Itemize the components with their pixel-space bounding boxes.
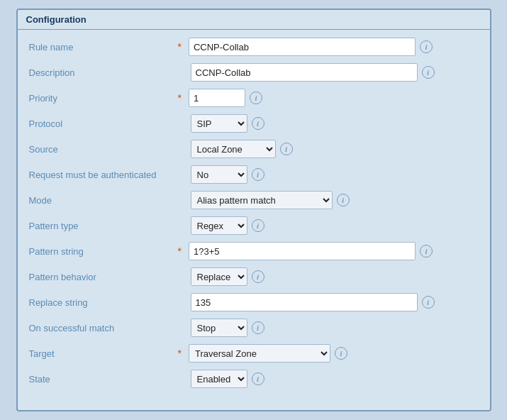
on-success-info-icon[interactable]: i <box>252 321 264 334</box>
state-row: State Enabled Disabled i <box>29 368 479 390</box>
rule-name-row: Rule name * i <box>29 35 479 58</box>
on-success-row: On successful match Stop Continue i <box>29 316 479 339</box>
request-auth-select[interactable]: No Yes <box>191 165 247 184</box>
protocol-controls: SIP H.323 i <box>178 114 479 133</box>
target-info-icon[interactable]: i <box>335 347 347 360</box>
on-success-controls: Stop Continue i <box>178 319 479 337</box>
configuration-panel: Configuration Rule name * i Description … <box>16 9 491 411</box>
pattern-type-select[interactable]: Regex Prefix Suffix <box>191 216 247 235</box>
panel-title: Configuration <box>18 10 490 30</box>
source-row: Source Local Zone Default Zone i <box>29 138 479 160</box>
target-label: Target <box>29 348 178 359</box>
rule-name-label: Rule name <box>29 42 178 52</box>
priority-row: Priority * i <box>29 87 479 109</box>
replace-string-row: Replace string i <box>29 291 479 314</box>
pattern-behavior-info-icon[interactable]: i <box>252 270 264 283</box>
rule-name-controls: * i <box>178 38 479 56</box>
target-controls: * Traversal Zone Default Zone Local Zone… <box>178 344 479 363</box>
source-select[interactable]: Local Zone Default Zone <box>191 140 276 158</box>
target-row: Target * Traversal Zone Default Zone Loc… <box>29 342 479 365</box>
pattern-behavior-select[interactable]: Replace Strip Add prefix <box>191 267 247 286</box>
mode-info-icon[interactable]: i <box>337 194 350 206</box>
pattern-type-info-icon[interactable]: i <box>252 219 264 232</box>
replace-string-label: Replace string <box>29 297 178 308</box>
source-label: Source <box>29 144 178 155</box>
pattern-type-label: Pattern type <box>29 221 178 231</box>
state-controls: Enabled Disabled i <box>178 370 479 388</box>
form-body: Rule name * i Description i Priority * i <box>18 30 490 399</box>
description-input[interactable] <box>191 63 418 82</box>
priority-label: Priority <box>29 93 178 104</box>
mode-row: Mode Alias pattern match Any alias i <box>29 189 479 211</box>
request-auth-controls: No Yes i <box>178 165 479 184</box>
priority-input[interactable] <box>189 89 245 107</box>
protocol-info-icon[interactable]: i <box>252 117 264 130</box>
replace-string-controls: i <box>178 293 479 311</box>
state-info-icon[interactable]: i <box>252 372 264 385</box>
request-auth-row: Request must be authenticated No Yes i <box>29 163 479 186</box>
state-label: State <box>29 374 178 385</box>
mode-select[interactable]: Alias pattern match Any alias <box>191 191 333 209</box>
pattern-string-controls: * i <box>178 242 479 260</box>
priority-controls: * i <box>178 89 479 107</box>
pattern-behavior-label: Pattern behavior <box>29 272 178 282</box>
pattern-type-row: Pattern type Regex Prefix Suffix i <box>29 214 479 237</box>
target-required-star: * <box>178 348 182 359</box>
pattern-string-input[interactable] <box>189 242 416 260</box>
pattern-string-label: Pattern string <box>29 246 178 257</box>
description-label: Description <box>29 67 178 78</box>
required-star: * <box>178 41 182 52</box>
rule-name-info-icon[interactable]: i <box>420 40 433 53</box>
pattern-behavior-row: Pattern behavior Replace Strip Add prefi… <box>29 265 479 288</box>
on-success-label: On successful match <box>29 323 178 333</box>
protocol-select[interactable]: SIP H.323 <box>191 114 247 133</box>
mode-label: Mode <box>29 195 178 206</box>
state-select[interactable]: Enabled Disabled <box>191 370 247 388</box>
mode-controls: Alias pattern match Any alias i <box>178 191 479 209</box>
protocol-row: Protocol SIP H.323 i <box>29 112 479 135</box>
replace-string-input[interactable] <box>191 293 418 311</box>
priority-required-star: * <box>178 92 182 104</box>
source-info-icon[interactable]: i <box>280 143 293 155</box>
description-row: Description i <box>29 61 479 84</box>
description-controls: i <box>178 63 479 82</box>
request-auth-label: Request must be authenticated <box>29 170 178 180</box>
pattern-string-row: Pattern string * i <box>29 240 479 262</box>
pattern-behavior-controls: Replace Strip Add prefix i <box>178 267 479 286</box>
rule-name-input[interactable] <box>189 38 416 56</box>
pattern-type-controls: Regex Prefix Suffix i <box>178 216 479 235</box>
protocol-label: Protocol <box>29 118 178 129</box>
on-success-select[interactable]: Stop Continue <box>191 319 247 337</box>
priority-info-icon[interactable]: i <box>250 92 262 104</box>
target-select[interactable]: Traversal Zone Default Zone Local Zone <box>189 344 330 363</box>
request-auth-info-icon[interactable]: i <box>252 168 264 181</box>
replace-string-info-icon[interactable]: i <box>422 296 435 309</box>
description-info-icon[interactable]: i <box>422 66 435 79</box>
source-controls: Local Zone Default Zone i <box>178 140 479 158</box>
pattern-string-required-star: * <box>178 245 182 257</box>
pattern-string-info-icon[interactable]: i <box>420 245 433 258</box>
